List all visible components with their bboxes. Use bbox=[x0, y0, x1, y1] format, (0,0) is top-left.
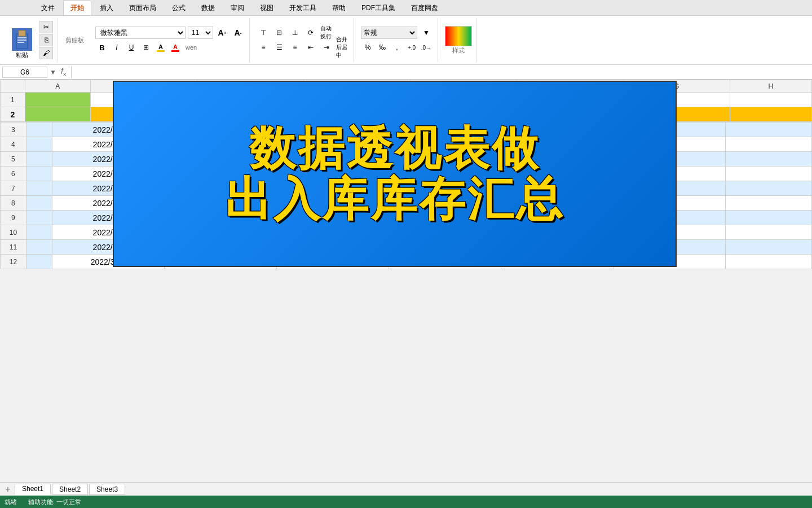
cell-h[interactable] bbox=[725, 240, 811, 255]
indent-more-button[interactable]: ⇥ bbox=[320, 41, 333, 54]
percent-button[interactable]: ‰ bbox=[376, 41, 389, 54]
cell-a[interactable] bbox=[26, 240, 52, 255]
indent-less-button[interactable]: ⇤ bbox=[304, 41, 317, 54]
align-top-button[interactable]: ⊤ bbox=[257, 27, 270, 39]
banner-line2: 出入库库存汇总 bbox=[225, 174, 564, 225]
styles-group: 样式 bbox=[440, 18, 477, 62]
borders-button[interactable]: ⊞ bbox=[139, 41, 153, 54]
alignment-group: ⊤ ⊟ ⊥ ⟳ 自动换行 ≡ ☰ ≡ ⇤ ⇥ 合并后居中 bbox=[252, 18, 354, 62]
row-number: 11 bbox=[1, 240, 27, 255]
align-right-button[interactable]: ≡ bbox=[288, 41, 302, 54]
cell-a[interactable] bbox=[26, 196, 52, 211]
tab-home[interactable]: 开始 bbox=[63, 1, 91, 15]
text-angle-button[interactable]: ⟳ bbox=[304, 27, 317, 39]
status-bar: 就绪 辅助功能: 一切正常 bbox=[0, 496, 812, 508]
row-number: 12 bbox=[1, 255, 27, 269]
formula-input[interactable] bbox=[71, 67, 810, 78]
tab-baidu[interactable]: 百度网盘 bbox=[404, 1, 445, 15]
cell-a[interactable] bbox=[26, 255, 52, 269]
cell-a[interactable] bbox=[26, 211, 52, 225]
sheet-tab-1[interactable]: Sheet1 bbox=[15, 484, 51, 495]
italic-button[interactable]: I bbox=[110, 41, 123, 54]
cell-a[interactable] bbox=[26, 181, 52, 196]
cell-a[interactable] bbox=[26, 225, 52, 240]
tab-insert[interactable]: 插入 bbox=[92, 1, 121, 15]
underline-button[interactable]: U bbox=[125, 41, 138, 54]
sheet-tab-3[interactable]: Sheet3 bbox=[89, 484, 125, 495]
align-center-button[interactable]: ☰ bbox=[272, 41, 286, 54]
font-name-row: 微软雅黑 11 A+ A- bbox=[95, 27, 245, 39]
cell-h[interactable] bbox=[725, 137, 811, 152]
tab-pdf[interactable]: PDF工具集 bbox=[354, 1, 403, 15]
wen-label: wen bbox=[186, 44, 197, 51]
cell-h[interactable] bbox=[725, 196, 811, 211]
merge-center-button[interactable]: 合并后居中 bbox=[336, 41, 349, 54]
row-number: 8 bbox=[1, 196, 27, 211]
decimal-add-button[interactable]: +.0 bbox=[405, 41, 418, 54]
tab-page-layout[interactable]: 页面布局 bbox=[122, 1, 164, 15]
formula-bar: G6 ▼ fx bbox=[0, 65, 812, 80]
cell-a[interactable] bbox=[26, 122, 52, 137]
paste-label: 粘贴 bbox=[16, 51, 28, 59]
col-header-h[interactable]: H bbox=[730, 80, 811, 93]
status-accessibility: 辅助功能: 一切正常 bbox=[28, 498, 81, 506]
cell-h[interactable] bbox=[725, 225, 811, 240]
col-header-a[interactable]: A bbox=[25, 80, 90, 93]
tab-formula[interactable]: 公式 bbox=[165, 1, 193, 15]
cell-h[interactable] bbox=[725, 255, 811, 269]
cell-h2[interactable] bbox=[730, 107, 811, 122]
cell-a2[interactable] bbox=[25, 107, 90, 122]
font-shrink-button[interactable]: A- bbox=[231, 27, 245, 39]
add-sheet-button[interactable]: + bbox=[2, 484, 14, 495]
wrap-text-button[interactable]: 自动换行 bbox=[320, 27, 333, 39]
ribbon: 文件 开始 插入 页面布局 公式 数据 审阅 视图 开发工具 帮助 PDF工具集… bbox=[0, 0, 812, 65]
copy-button[interactable]: ⎘ bbox=[39, 34, 53, 46]
align-middle-button[interactable]: ⊟ bbox=[272, 27, 286, 39]
cell-h[interactable] bbox=[725, 167, 811, 181]
tab-help[interactable]: 帮助 bbox=[325, 1, 353, 15]
tab-review[interactable]: 审阅 bbox=[223, 1, 251, 15]
cell-reference-input[interactable]: G6 bbox=[2, 67, 47, 78]
cell-h1[interactable] bbox=[730, 93, 811, 107]
cell-a[interactable] bbox=[26, 167, 52, 181]
cell-h[interactable] bbox=[725, 181, 811, 196]
svg-rect-2 bbox=[17, 37, 27, 38]
bold-button[interactable]: B bbox=[95, 41, 109, 54]
comma-button[interactable]: , bbox=[390, 41, 404, 54]
clipboard-small-btns: ✂ ⎘ 🖌 bbox=[37, 18, 55, 62]
align-left-button[interactable]: ≡ bbox=[257, 41, 270, 54]
fill-color-button[interactable]: A bbox=[154, 41, 167, 54]
cut-button[interactable]: ✂ bbox=[39, 21, 53, 33]
cell-a1[interactable] bbox=[25, 93, 90, 107]
banner-line1: 数据透视表做 bbox=[249, 123, 540, 174]
font-size-select[interactable]: 11 bbox=[188, 27, 213, 39]
tab-view[interactable]: 视图 bbox=[253, 1, 281, 15]
formula-expand-icon[interactable]: ▼ bbox=[50, 68, 56, 76]
tab-file[interactable]: 文件 bbox=[34, 1, 62, 15]
row-number: 4 bbox=[1, 137, 27, 152]
tab-data[interactable]: 数据 bbox=[194, 1, 222, 15]
font-color-button[interactable]: A bbox=[169, 41, 182, 54]
ribbon-content: 粘贴 ✂ ⎘ 🖌 剪贴板 微软雅黑 11 A+ A- B bbox=[0, 16, 812, 64]
font-name-select[interactable]: 微软雅黑 bbox=[95, 27, 186, 39]
currency-button[interactable]: % bbox=[361, 41, 374, 54]
cell-h[interactable] bbox=[725, 152, 811, 167]
number-format-select[interactable]: 常规 bbox=[361, 27, 417, 39]
row-number: 6 bbox=[1, 167, 27, 181]
format-painter-button[interactable]: 🖌 bbox=[39, 47, 53, 59]
font-grow-button[interactable]: A+ bbox=[215, 27, 229, 39]
paste-button[interactable]: 粘贴 bbox=[7, 18, 37, 62]
ribbon-tab-bar: 文件 开始 插入 页面布局 公式 数据 审阅 视图 开发工具 帮助 PDF工具集… bbox=[0, 0, 812, 16]
cell-a[interactable] bbox=[26, 137, 52, 152]
banner-overlay: 数据透视表做 出入库库存汇总 bbox=[113, 81, 677, 267]
align-bottom-button[interactable]: ⊥ bbox=[288, 27, 302, 39]
cell-h[interactable] bbox=[725, 122, 811, 137]
number-format-expand[interactable]: ▼ bbox=[420, 27, 433, 39]
sheet-tab-2[interactable]: Sheet2 bbox=[52, 484, 88, 495]
cell-h[interactable] bbox=[725, 211, 811, 225]
decimal-remove-button[interactable]: .0→ bbox=[420, 41, 433, 54]
svg-rect-3 bbox=[17, 40, 27, 41]
cell-a[interactable] bbox=[26, 152, 52, 167]
tab-developer[interactable]: 开发工具 bbox=[282, 1, 324, 15]
conditional-format-button[interactable] bbox=[445, 26, 472, 46]
